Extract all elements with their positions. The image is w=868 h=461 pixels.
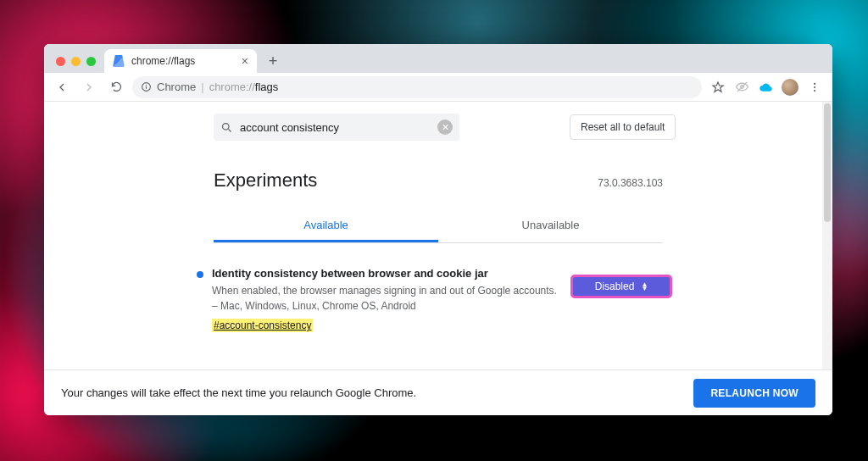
maximize-window-button[interactable] <box>86 57 96 66</box>
window-controls <box>51 57 104 73</box>
address-bar[interactable]: Chrome | chrome://flags <box>132 76 702 98</box>
flag-title: Identity consistency between browser and… <box>212 267 563 280</box>
arrow-left-icon <box>55 81 69 94</box>
back-button[interactable] <box>51 76 73 98</box>
tab-available[interactable]: Available <box>214 210 438 242</box>
toolbar-actions <box>707 79 826 96</box>
extension-cloud-icon[interactable] <box>758 80 773 95</box>
info-icon <box>141 81 152 92</box>
bookmark-star-icon[interactable] <box>710 80 726 95</box>
new-tab-button[interactable]: + <box>262 50 284 72</box>
page-title: Experiments <box>214 169 317 192</box>
flag-item: Identity consistency between browser and… <box>197 267 671 332</box>
relaunch-bar: Your changes will take effect the next t… <box>44 369 832 415</box>
relaunch-button[interactable]: RELAUNCH NOW <box>693 379 815 408</box>
arrow-right-icon <box>82 81 96 94</box>
browser-toolbar: Chrome | chrome://flags <box>44 73 832 102</box>
page-content: ✕ Reset all to default Experiments 73.0.… <box>44 102 832 369</box>
svg-line-9 <box>228 129 231 131</box>
svg-point-5 <box>814 82 815 84</box>
browser-tab[interactable]: chrome://flags × <box>104 49 257 73</box>
svg-point-6 <box>814 86 815 87</box>
select-arrows-icon: ▲▼ <box>641 282 648 291</box>
flask-icon <box>113 55 125 67</box>
svg-point-7 <box>814 90 815 92</box>
scrollbar-track[interactable] <box>822 102 832 369</box>
profile-avatar[interactable] <box>782 79 798 96</box>
close-window-button[interactable] <box>56 57 65 66</box>
search-icon <box>220 121 233 134</box>
forward-button[interactable] <box>78 76 100 98</box>
tab-title: chrome://flags <box>131 55 235 67</box>
flag-anchor-link[interactable]: #account-consistency <box>212 319 313 332</box>
chrome-menu-button[interactable] <box>807 80 822 95</box>
reload-icon <box>110 81 123 93</box>
clear-search-icon[interactable]: ✕ <box>437 119 453 135</box>
browser-window: chrome://flags × + Chrome | chrome://fla… <box>44 44 832 415</box>
flags-search-input[interactable] <box>240 121 431 134</box>
reset-all-button[interactable]: Reset all to default <box>570 114 676 140</box>
omnibox-url-path: flags <box>255 81 278 93</box>
omnibox-chrome-label: Chrome <box>157 81 196 93</box>
flag-description: When enabled, the browser manages signin… <box>212 283 563 314</box>
reload-button[interactable] <box>105 76 127 98</box>
svg-point-8 <box>223 123 230 130</box>
minimize-window-button[interactable] <box>71 57 81 66</box>
extension-eye-icon[interactable] <box>734 80 749 95</box>
relaunch-message: Your changes will take effect the next t… <box>61 386 416 399</box>
flag-select-value: Disabled <box>595 280 635 292</box>
omnibox-url-scheme: chrome:// <box>209 81 255 93</box>
tab-unavailable[interactable]: Unavailable <box>438 210 663 242</box>
chrome-version: 73.0.3683.103 <box>598 177 663 189</box>
tab-strip: chrome://flags × + <box>44 44 832 73</box>
flag-state-select[interactable]: Disabled ▲▼ <box>571 275 671 297</box>
flags-search-box: ✕ <box>214 114 459 141</box>
flags-tabs: Available Unavailable <box>214 210 663 243</box>
scrollbar-thumb[interactable] <box>824 103 831 222</box>
modified-indicator-icon <box>197 271 203 278</box>
close-tab-icon[interactable]: × <box>242 54 248 68</box>
omnibox-separator: | <box>201 81 203 93</box>
